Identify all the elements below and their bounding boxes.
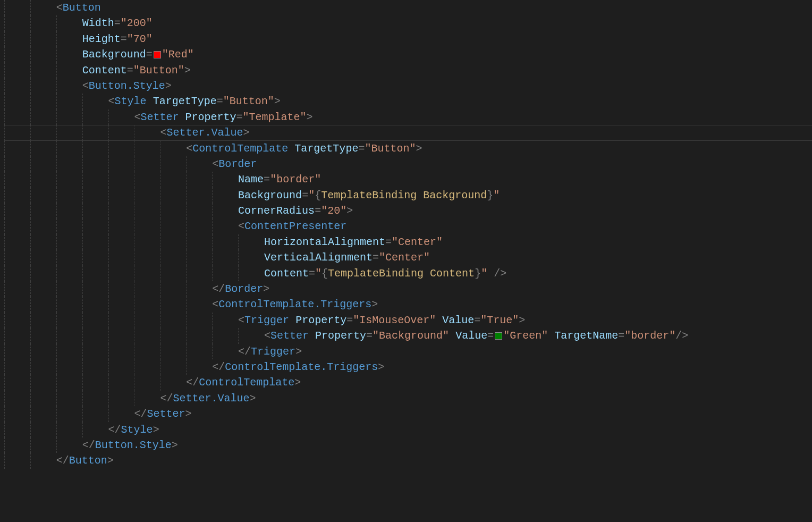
token-p: }	[487, 188, 493, 203]
token-p	[289, 313, 295, 328]
token-str: "20"	[321, 203, 346, 218]
code-line[interactable]: <Style TargetType="Button">	[4, 94, 812, 109]
code-line[interactable]: <Button.Style>	[4, 78, 812, 94]
token-tag: Setter	[270, 328, 309, 343]
code-content: <Border	[212, 156, 257, 172]
token-tag: Trigger	[251, 344, 295, 359]
token-p	[179, 110, 185, 125]
code-line[interactable]: Content="Button">	[4, 63, 812, 78]
indent-guides	[4, 422, 108, 437]
code-line[interactable]: Height="70"	[4, 31, 812, 47]
token-p: </	[108, 422, 121, 437]
token-att: Content	[82, 63, 127, 78]
token-p: </	[186, 375, 199, 390]
code-line[interactable]: Content="{TemplateBinding Content}" />	[4, 266, 812, 281]
token-tag: Button.Style	[95, 437, 172, 453]
token-tag: Button	[69, 453, 107, 468]
indent-guides	[4, 453, 56, 468]
indent-guides	[4, 15, 82, 31]
token-p: >	[294, 375, 301, 390]
token-att: Property	[295, 313, 346, 328]
code-line[interactable]: HorizontalAlignment="Center"	[4, 234, 812, 250]
token-att: Width	[82, 15, 114, 31]
code-line[interactable]: <ControlTemplate TargetType="Button">	[4, 141, 812, 156]
code-line[interactable]: <Setter.Value>	[4, 125, 812, 140]
token-p: >	[371, 297, 378, 312]
token-p: <	[264, 328, 270, 343]
code-line[interactable]: <Button	[4, 0, 812, 15]
token-p: =	[618, 328, 624, 343]
token-p: }	[475, 266, 481, 281]
token-tag: ContentPresenter	[244, 218, 346, 234]
token-p: <	[212, 156, 218, 172]
token-p: =	[146, 47, 153, 62]
code-line[interactable]: </Style>	[4, 422, 812, 437]
token-p: <	[82, 78, 89, 94]
code-content: </ControlTemplate.Triggers>	[212, 359, 384, 375]
token-p: </	[56, 453, 69, 468]
code-line[interactable]: <Border	[4, 156, 812, 172]
indent-guides	[4, 250, 264, 265]
token-p: >	[184, 63, 191, 78]
token-p: </	[134, 406, 147, 422]
token-tag: Style	[121, 422, 153, 437]
token-att: TargetType	[153, 94, 217, 109]
code-line[interactable]: <Setter Property="Template">	[4, 110, 812, 125]
token-att: Height	[82, 31, 121, 47]
token-att: Value	[442, 313, 474, 328]
token-str: "	[481, 266, 487, 281]
token-str: "Button"	[365, 141, 416, 156]
code-content: </Setter.Value>	[160, 391, 256, 406]
code-line[interactable]: Name="border"	[4, 172, 812, 187]
token-p: <	[186, 141, 192, 156]
code-content: Background="{TemplateBinding Background}…	[238, 188, 500, 203]
code-line[interactable]: </ControlTemplate>	[4, 375, 812, 390]
token-p: =	[121, 31, 127, 47]
code-content: Width="200"	[82, 15, 153, 31]
indent-guides	[4, 31, 82, 47]
code-line[interactable]: <ContentPresenter	[4, 218, 812, 234]
token-att: Value	[455, 328, 487, 343]
indent-guides	[4, 281, 212, 297]
code-line[interactable]: </Setter.Value>	[4, 391, 812, 406]
token-str: "Green"	[503, 328, 548, 343]
token-p: <	[238, 313, 244, 328]
indent-guides	[4, 328, 264, 343]
code-line[interactable]: </Trigger>	[4, 344, 812, 359]
token-p	[548, 328, 554, 343]
code-line[interactable]: CornerRadius="20">	[4, 203, 812, 218]
code-content: <Trigger Property="IsMouseOver" Value="T…	[238, 313, 525, 328]
token-str: "Center"	[379, 250, 430, 265]
code-content: </ControlTemplate>	[186, 375, 301, 390]
token-tag: Border	[225, 281, 263, 297]
code-line[interactable]: </Button.Style>	[4, 437, 812, 453]
indent-guides	[4, 344, 238, 359]
code-line[interactable]: Width="200"	[4, 15, 812, 31]
token-att: Background	[238, 188, 302, 203]
code-content: Content="{TemplateBinding Content}" />	[264, 266, 506, 281]
code-line[interactable]: VerticalAlignment="Center"	[4, 250, 812, 265]
code-editor[interactable]: <ButtonWidth="200"Height="70"Background=…	[0, 0, 812, 469]
code-line[interactable]: <ControlTemplate.Triggers>	[4, 297, 812, 312]
code-line[interactable]: Background="{TemplateBinding Background}…	[4, 188, 812, 203]
indent-guides	[4, 297, 212, 312]
code-line[interactable]: </Border>	[4, 281, 812, 297]
code-content: <Setter Property="Template">	[134, 110, 313, 125]
code-content: <Style TargetType="Button">	[108, 94, 281, 109]
token-p: >	[346, 203, 353, 218]
code-line[interactable]: <Setter Property="Background" Value="Gre…	[4, 328, 812, 343]
token-p: =	[302, 188, 308, 203]
code-line[interactable]: </ControlTemplate.Triggers>	[4, 359, 812, 375]
token-str: "	[315, 266, 322, 281]
indent-guides	[4, 234, 264, 250]
token-p: <	[134, 110, 141, 125]
token-p: />	[675, 328, 688, 343]
token-bind: TemplateBinding	[328, 266, 424, 281]
code-line[interactable]: </Setter>	[4, 406, 812, 422]
token-tag: Border	[218, 156, 257, 172]
code-line[interactable]: <Trigger Property="IsMouseOver" Value="T…	[4, 313, 812, 328]
code-line[interactable]: Background="Red"	[4, 47, 812, 62]
code-content: <Button.Style>	[82, 78, 172, 94]
code-line[interactable]: </Button>	[4, 453, 812, 468]
token-p: <	[108, 94, 115, 109]
